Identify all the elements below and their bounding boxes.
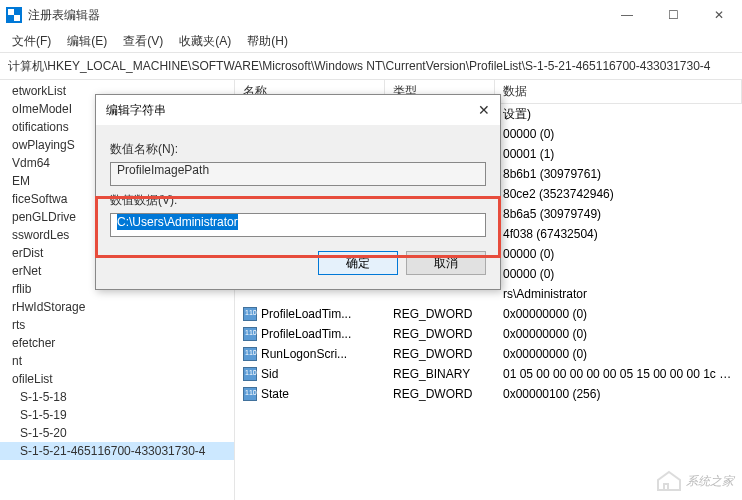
tree-item[interactable]: S-1-5-18 <box>0 388 234 406</box>
edit-string-dialog: 编辑字符串 ✕ 数值名称(N): ProfileImagePath 数值数据(V… <box>95 94 501 290</box>
address-bar[interactable]: 计算机\HKEY_LOCAL_MACHINE\SOFTWARE\Microsof… <box>0 52 742 80</box>
value-data-label: 数值数据(V): <box>110 192 486 209</box>
table-row[interactable]: ProfileLoadTim...REG_DWORD0x00000000 (0) <box>235 304 742 324</box>
value-data-input[interactable]: C:\Users\Administrator <box>110 213 486 237</box>
table-row[interactable]: ProfileLoadTim...REG_DWORD0x00000000 (0) <box>235 324 742 344</box>
dialog-close-button[interactable]: ✕ <box>478 102 490 118</box>
tree-item-profilelist[interactable]: ofileList <box>0 370 234 388</box>
table-row[interactable]: SidREG_BINARY01 05 00 00 00 00 00 05 15 … <box>235 364 742 384</box>
menu-help[interactable]: 帮助(H) <box>241 31 294 52</box>
cancel-button[interactable]: 取消 <box>406 251 486 275</box>
ok-button[interactable]: 确定 <box>318 251 398 275</box>
tree-item[interactable]: rHwIdStorage <box>0 298 234 316</box>
close-button[interactable]: ✕ <box>696 0 742 30</box>
maximize-button[interactable]: ☐ <box>650 0 696 30</box>
value-name-label: 数值名称(N): <box>110 141 486 158</box>
table-row[interactable]: RunLogonScri...REG_DWORD0x00000000 (0) <box>235 344 742 364</box>
tree-item[interactable]: S-1-5-20 <box>0 424 234 442</box>
tree-item[interactable]: nt <box>0 352 234 370</box>
menu-edit[interactable]: 编辑(E) <box>61 31 113 52</box>
reg-dword-icon <box>243 387 257 401</box>
tree-item[interactable]: efetcher <box>0 334 234 352</box>
app-icon <box>6 7 22 23</box>
reg-dword-icon <box>243 307 257 321</box>
tree-item-selected[interactable]: S-1-5-21-465116700-433031730-4 <box>0 442 234 460</box>
tree-item[interactable]: S-1-5-19 <box>0 406 234 424</box>
menu-file[interactable]: 文件(F) <box>6 31 57 52</box>
col-data-header[interactable]: 数据 <box>495 80 742 103</box>
menubar: 文件(F) 编辑(E) 查看(V) 收藏夹(A) 帮助(H) <box>0 30 742 52</box>
reg-dword-icon <box>243 327 257 341</box>
menu-favorites[interactable]: 收藏夹(A) <box>173 31 237 52</box>
minimize-button[interactable]: — <box>604 0 650 30</box>
table-row[interactable]: StateREG_DWORD0x00000100 (256) <box>235 384 742 404</box>
dialog-title-text: 编辑字符串 <box>106 102 166 119</box>
reg-dword-icon <box>243 347 257 361</box>
menu-view[interactable]: 查看(V) <box>117 31 169 52</box>
tree-item[interactable]: rts <box>0 316 234 334</box>
dialog-titlebar: 编辑字符串 ✕ <box>96 95 500 125</box>
window-titlebar: 注册表编辑器 — ☐ ✕ <box>0 0 742 30</box>
window-title: 注册表编辑器 <box>28 7 100 24</box>
value-name-input[interactable]: ProfileImagePath <box>110 162 486 186</box>
reg-binary-icon <box>243 367 257 381</box>
